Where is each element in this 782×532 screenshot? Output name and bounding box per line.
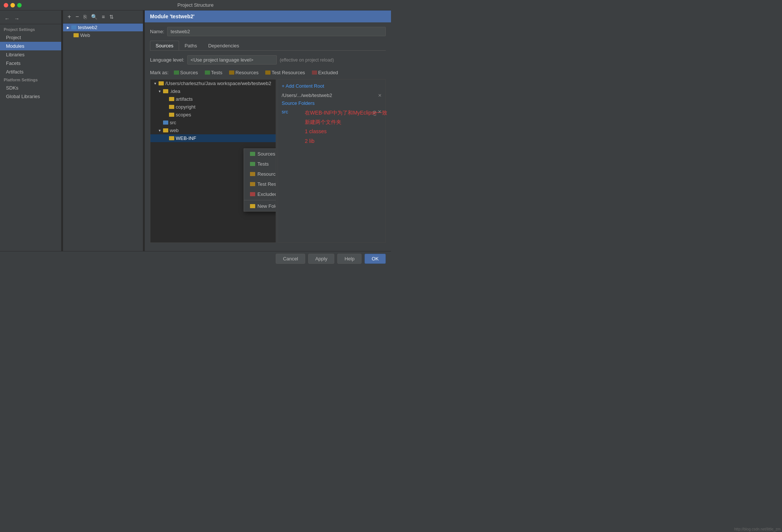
file-tree-item-src[interactable]: src xyxy=(150,119,276,126)
mark-as-label: Mark as: xyxy=(150,70,169,75)
ctx-new-folder[interactable]: New Folder... xyxy=(244,201,276,211)
name-row: Name: xyxy=(150,27,386,36)
file-tree-item-root[interactable]: ▼ /Users/charleszhu/Java workspace/web/t… xyxy=(150,79,276,87)
copy-module-button[interactable]: ⎘ xyxy=(82,13,88,21)
module-body: Name: Sources Paths Dependencies Languag… xyxy=(145,22,391,251)
mark-excluded-btn[interactable]: Excluded xyxy=(310,69,340,76)
name-label: Name: xyxy=(150,29,164,34)
tree-arrow: ▶ xyxy=(66,26,70,29)
mark-as-bar: Mark as: Sources Tests Resources Test Re… xyxy=(150,69,386,76)
ctx-tests[interactable]: Tests ⌥T xyxy=(244,159,276,169)
language-level-row: Language level: <Use project language le… xyxy=(150,55,386,65)
search-module-button[interactable]: 🔍 xyxy=(90,13,99,21)
name-input[interactable] xyxy=(167,27,386,36)
file-tree-area: ▼ /Users/charleszhu/Java workspace/web/t… xyxy=(150,79,386,243)
remove-module-button[interactable]: − xyxy=(74,13,80,21)
tab-sources[interactable]: Sources xyxy=(150,41,179,50)
folder-icon xyxy=(159,81,164,85)
ctx-sources[interactable]: Sources ⌥S xyxy=(244,149,276,159)
file-tree-item-web[interactable]: ▼ web xyxy=(150,126,276,134)
sidebar-item-facets[interactable]: Facets xyxy=(0,59,61,68)
ctx-test-resources[interactable]: Test Resources xyxy=(244,179,276,189)
ctx-separator xyxy=(244,200,276,200)
tab-paths[interactable]: Paths xyxy=(179,41,203,50)
ctx-tests-icon xyxy=(250,162,255,166)
help-button[interactable]: Help xyxy=(337,254,362,264)
content-root-panel: + Add Content Root /Users/.../web/testwe… xyxy=(278,79,386,243)
language-level-label: Language level: xyxy=(150,57,184,63)
file-tree-item-web-inf[interactable]: WEB-INF xyxy=(150,134,276,142)
content-panel: Module 'testweb2' Name: Sources Paths De… xyxy=(145,10,391,251)
ctx-testres-icon xyxy=(250,182,255,186)
tabs: Sources Paths Dependencies xyxy=(150,41,386,51)
ctx-folder-icon xyxy=(250,204,255,208)
module-header: Module 'testweb2' xyxy=(145,10,391,22)
tree-item-testweb2[interactable]: ▶ testweb2 xyxy=(63,24,143,31)
sidebar-item-global-libraries[interactable]: Global Libraries xyxy=(0,92,61,101)
window-title: Project Structure xyxy=(178,2,214,8)
file-tree-item-artifacts[interactable]: artifacts xyxy=(150,95,276,103)
sidebar-toolbar: ← → xyxy=(0,13,61,24)
expand-button[interactable]: ⇅ xyxy=(108,13,115,21)
mark-tests-btn[interactable]: Tests xyxy=(203,69,224,76)
folder-icon xyxy=(73,33,79,37)
file-tree-item-copyright[interactable]: copyright xyxy=(150,103,276,111)
content-root-path: /Users/.../web/testweb2 ✕ xyxy=(282,93,382,98)
sidebar-item-artifacts[interactable]: Artifacts xyxy=(0,68,61,76)
folder-icon xyxy=(163,121,168,125)
ctx-excluded[interactable]: Excluded ⌥E xyxy=(244,189,276,199)
add-module-button[interactable]: + xyxy=(66,13,72,21)
excluded-icon xyxy=(312,71,317,75)
language-level-note: (effective on project reload) xyxy=(280,57,334,63)
ok-button[interactable]: OK xyxy=(365,254,386,264)
folder-icon xyxy=(169,105,174,109)
sidebar-item-project[interactable]: Project xyxy=(0,33,61,42)
folder-icon xyxy=(163,89,168,93)
add-content-root-btn[interactable]: + Add Content Root xyxy=(282,83,382,89)
maximize-button[interactable] xyxy=(17,3,22,7)
close-content-root-btn[interactable]: ✕ xyxy=(378,93,382,98)
ctx-resources-icon xyxy=(250,172,255,176)
test-resources-icon xyxy=(265,71,270,75)
sidebar-item-modules[interactable]: Modules xyxy=(0,42,61,50)
sidebar-item-sdks[interactable]: SDKs xyxy=(0,84,61,92)
language-level-select[interactable]: <Use project language level> xyxy=(187,55,277,65)
project-settings-header: Project Settings xyxy=(0,26,61,33)
file-tree-item-scopes[interactable]: scopes xyxy=(150,111,276,119)
folder-icon xyxy=(169,97,174,101)
mark-sources-btn[interactable]: Sources xyxy=(172,69,200,76)
close-button[interactable] xyxy=(4,3,8,7)
cancel-button[interactable]: Cancel xyxy=(276,254,305,264)
ctx-resources[interactable]: Resources xyxy=(244,169,276,179)
annotation-text: 在WEB-INF中为了和MyEclipse一致 新建两个文件夹 1 classe… xyxy=(305,108,387,146)
folder-icon xyxy=(71,25,76,29)
module-panel: + − ⎘ 🔍 ≡ ⇅ ▶ testweb2 Web xyxy=(63,10,143,251)
folder-icon xyxy=(163,128,168,132)
forward-button[interactable]: → xyxy=(13,15,21,22)
file-tree-item-idea[interactable]: ▼ .idea xyxy=(150,87,276,95)
sidebar: ← → Project Settings Project Modules Lib… xyxy=(0,10,62,251)
sort-button[interactable]: ≡ xyxy=(100,13,106,21)
ctx-excluded-icon xyxy=(250,192,255,196)
folder-icon xyxy=(169,136,174,140)
sidebar-item-libraries[interactable]: Libraries xyxy=(0,50,61,59)
sources-icon xyxy=(174,71,179,75)
source-folders-label: Source Folders xyxy=(282,100,382,106)
resources-icon xyxy=(229,71,234,75)
traffic-lights xyxy=(4,3,22,7)
mark-test-resources-btn[interactable]: Test Resources xyxy=(264,69,307,76)
mark-resources-btn[interactable]: Resources xyxy=(228,69,260,76)
bottom-bar: Cancel Apply Help OK xyxy=(0,251,391,266)
module-panel-toolbar: + − ⎘ 🔍 ≡ ⇅ xyxy=(63,10,143,24)
folder-icon xyxy=(169,113,174,117)
context-menu: Sources ⌥S Tests ⌥T xyxy=(244,148,276,212)
tests-icon xyxy=(205,71,210,75)
apply-button[interactable]: Apply xyxy=(308,254,335,264)
minimize-button[interactable] xyxy=(10,3,15,7)
platform-settings-header: Platform Settings xyxy=(0,76,61,84)
title-bar: Project Structure xyxy=(0,0,391,10)
file-tree[interactable]: ▼ /Users/charleszhu/Java workspace/web/t… xyxy=(150,79,276,243)
tree-item-web[interactable]: Web xyxy=(63,31,143,39)
back-button[interactable]: ← xyxy=(3,15,11,22)
tab-dependencies[interactable]: Dependencies xyxy=(203,41,245,50)
